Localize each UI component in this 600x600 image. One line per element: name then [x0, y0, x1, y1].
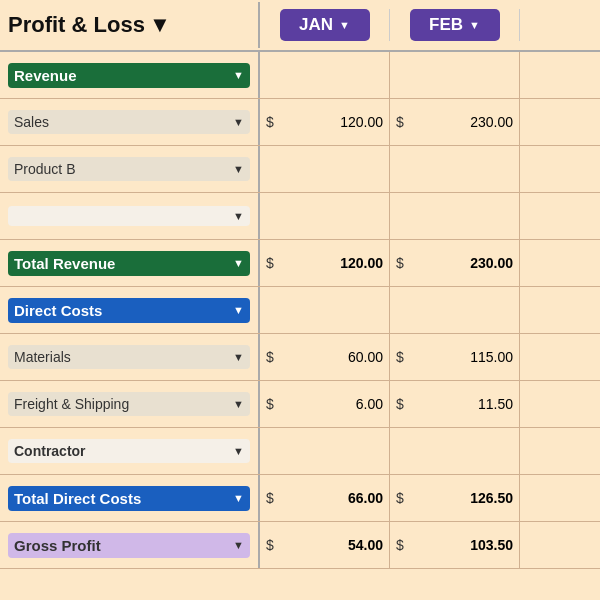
gp-jan-currency: $ [266, 537, 274, 553]
contractor-extra-empty [520, 428, 600, 474]
product-b-label: Product B ▼ [0, 146, 260, 192]
revenue-empty-label: ▼ [0, 193, 260, 239]
direct-costs-label-inner[interactable]: Direct Costs ▼ [8, 298, 250, 323]
sales-label-inner[interactable]: Sales ▼ [8, 110, 250, 134]
contractor-arrow: ▼ [233, 445, 244, 457]
revenue-label: Revenue ▼ [0, 52, 260, 98]
product-b-feb-empty [390, 146, 520, 192]
direct-costs-arrow: ▼ [233, 304, 244, 316]
total-revenue-extra [520, 240, 600, 286]
revenue-empty-jan [260, 193, 390, 239]
total-dc-feb: $ 126.50 [390, 475, 520, 521]
freight-label: Freight & Shipping ▼ [0, 381, 260, 427]
header-row: Profit & Loss ▼ JAN ▼ FEB ▼ [0, 0, 600, 52]
revenue-label-inner[interactable]: Revenue ▼ [8, 63, 250, 88]
direct-costs-feb-empty [390, 287, 520, 333]
materials-row: Materials ▼ $ 60.00 $ 115.00 [0, 334, 600, 381]
product-b-extra-empty [520, 146, 600, 192]
contractor-label-inner[interactable]: Contractor ▼ [8, 439, 250, 463]
direct-costs-extra-empty [520, 287, 600, 333]
freight-jan-amount: 6.00 [278, 396, 383, 412]
revenue-empty-label-inner[interactable]: ▼ [8, 206, 250, 226]
sales-jan-currency: $ [266, 114, 274, 130]
revenue-jan-empty [260, 52, 390, 98]
title-text: Profit & Loss [8, 12, 145, 38]
sales-arrow: ▼ [233, 116, 244, 128]
freight-extra [520, 381, 600, 427]
direct-costs-label: Direct Costs ▼ [0, 287, 260, 333]
total-rev-jan-currency: $ [266, 255, 274, 271]
revenue-section-header: Revenue ▼ [0, 52, 600, 99]
product-b-arrow: ▼ [233, 163, 244, 175]
total-direct-costs-row: Total Direct Costs ▼ $ 66.00 $ 126.50 [0, 475, 600, 522]
total-rev-jan-amount: 120.00 [278, 255, 383, 271]
materials-feb-currency: $ [396, 349, 404, 365]
total-dc-jan: $ 66.00 [260, 475, 390, 521]
freight-feb-currency: $ [396, 396, 404, 412]
gross-profit-row: Gross Profit ▼ $ 54.00 $ 103.50 [0, 522, 600, 569]
sales-jan-value: $ 120.00 [260, 99, 390, 145]
total-dc-jan-currency: $ [266, 490, 274, 506]
direct-costs-section-header: Direct Costs ▼ [0, 287, 600, 334]
total-dc-feb-currency: $ [396, 490, 404, 506]
freight-arrow: ▼ [233, 398, 244, 410]
gross-profit-jan: $ 54.00 [260, 522, 390, 568]
freight-feb-amount: 11.50 [408, 396, 513, 412]
sales-feb-value: $ 230.00 [390, 99, 520, 145]
gross-profit-label-inner[interactable]: Gross Profit ▼ [8, 533, 250, 558]
total-rev-feb-amount: 230.00 [408, 255, 513, 271]
gross-profit-feb: $ 103.50 [390, 522, 520, 568]
total-dc-text: Total Direct Costs [14, 490, 141, 507]
total-revenue-arrow: ▼ [233, 257, 244, 269]
materials-arrow: ▼ [233, 351, 244, 363]
sales-feb-currency: $ [396, 114, 404, 130]
total-revenue-label-inner[interactable]: Total Revenue ▼ [8, 251, 250, 276]
jan-header: JAN ▼ [260, 9, 390, 41]
jan-arrow: ▼ [339, 19, 350, 31]
feb-label: FEB [429, 15, 463, 35]
freight-text: Freight & Shipping [14, 396, 129, 412]
materials-text: Materials [14, 349, 71, 365]
spreadsheet: Profit & Loss ▼ JAN ▼ FEB ▼ Revenue ▼ [0, 0, 600, 600]
jan-month-button[interactable]: JAN ▼ [280, 9, 370, 41]
freight-jan: $ 6.00 [260, 381, 390, 427]
total-dc-label-inner[interactable]: Total Direct Costs ▼ [8, 486, 250, 511]
total-rev-feb-currency: $ [396, 255, 404, 271]
contractor-label: Contractor ▼ [0, 428, 260, 474]
total-dc-feb-amount: 126.50 [408, 490, 513, 506]
sales-text: Sales [14, 114, 49, 130]
sales-feb-amount: 230.00 [408, 114, 513, 130]
freight-row: Freight & Shipping ▼ $ 6.00 $ 11.50 [0, 381, 600, 428]
total-revenue-label: Total Revenue ▼ [0, 240, 260, 286]
title-arrow: ▼ [149, 12, 171, 38]
gross-profit-text: Gross Profit [14, 537, 101, 554]
total-revenue-jan: $ 120.00 [260, 240, 390, 286]
feb-month-button[interactable]: FEB ▼ [410, 9, 500, 41]
gp-feb-amount: 103.50 [408, 537, 513, 553]
contractor-jan-empty [260, 428, 390, 474]
contractor-row: Contractor ▼ [0, 428, 600, 475]
title-dropdown[interactable]: Profit & Loss ▼ [8, 12, 250, 38]
gross-profit-arrow: ▼ [233, 539, 244, 551]
jan-label: JAN [299, 15, 333, 35]
revenue-empty-arrow: ▼ [233, 210, 244, 222]
product-b-label-inner[interactable]: Product B ▼ [8, 157, 250, 181]
revenue-empty-row: ▼ [0, 193, 600, 240]
feb-arrow: ▼ [469, 19, 480, 31]
feb-header: FEB ▼ [390, 9, 520, 41]
materials-extra [520, 334, 600, 380]
sales-extra-empty [520, 99, 600, 145]
materials-label-inner[interactable]: Materials ▼ [8, 345, 250, 369]
freight-label-inner[interactable]: Freight & Shipping ▼ [8, 392, 250, 416]
title-label-cell: Profit & Loss ▼ [0, 2, 260, 48]
revenue-empty-feb [390, 193, 520, 239]
total-revenue-row: Total Revenue ▼ $ 120.00 $ 230.00 [0, 240, 600, 287]
contractor-feb-empty [390, 428, 520, 474]
contractor-text: Contractor [14, 443, 86, 459]
materials-jan-amount: 60.00 [278, 349, 383, 365]
materials-jan-currency: $ [266, 349, 274, 365]
total-revenue-text: Total Revenue [14, 255, 115, 272]
revenue-extra-empty [520, 52, 600, 98]
revenue-feb-empty [390, 52, 520, 98]
total-dc-extra [520, 475, 600, 521]
